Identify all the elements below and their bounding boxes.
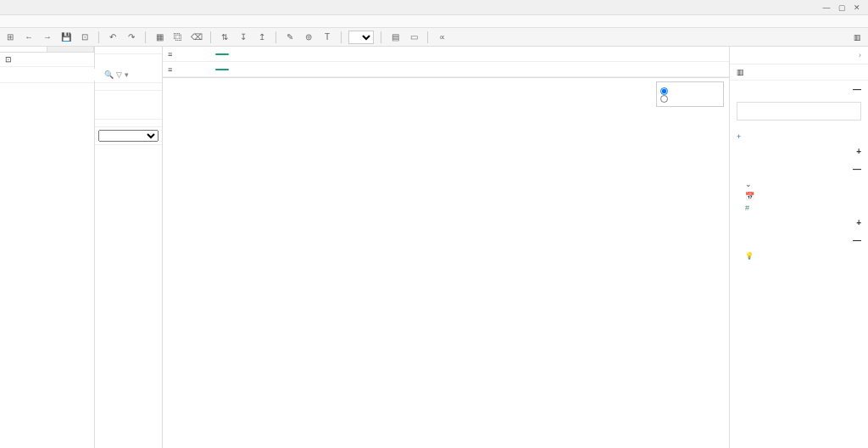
show-me-button[interactable]: ▥ [854, 33, 865, 42]
title-bar: — ▢ ✕ [0, 0, 868, 15]
columns-pill[interactable] [215, 53, 229, 55]
data-summary-header[interactable]: + [730, 214, 868, 232]
separator [98, 31, 99, 43]
forward-button[interactable]: → [41, 31, 54, 44]
viz-description-input[interactable] [737, 102, 861, 120]
highlight-button[interactable]: ✎ [283, 31, 297, 44]
maximize-button[interactable]: ▢ [834, 2, 849, 14]
search-row: 🔍 ▽ ▾ [0, 67, 94, 83]
tab-data[interactable] [0, 47, 47, 52]
tableau-logo-icon[interactable]: ⊞ [3, 31, 17, 44]
separator [275, 31, 276, 43]
separator [427, 31, 428, 43]
close-button[interactable]: ✕ [849, 2, 865, 14]
viz-details-header[interactable]: — [730, 81, 868, 98]
param-option-discount[interactable] [660, 87, 720, 95]
add-link-button[interactable]: + [730, 131, 868, 143]
swap-button[interactable]: ⇅ [218, 31, 231, 44]
fit-select[interactable] [348, 31, 374, 44]
data-guide-header: › [730, 47, 868, 64]
datasource-row[interactable]: ⊡ [0, 53, 94, 67]
presentation-button[interactable]: ▭ [407, 31, 420, 44]
search-input[interactable] [3, 69, 102, 81]
group-button[interactable]: ⊚ [302, 31, 315, 44]
columns-shelf-label: ≡ [163, 50, 212, 59]
text-button[interactable]: T [320, 31, 334, 44]
marks-label [95, 120, 162, 127]
duplicate-button[interactable]: ⿻ [171, 31, 185, 44]
redo-button[interactable]: ↷ [125, 31, 138, 44]
back-button[interactable]: ← [22, 31, 36, 44]
share-button[interactable]: ∝ [435, 31, 448, 44]
clear-button[interactable]: ⌫ [190, 31, 203, 44]
pages-shelf[interactable] [95, 54, 162, 83]
separator [341, 31, 342, 43]
sort-asc-button[interactable]: ↧ [236, 31, 250, 44]
sort-desc-button[interactable]: ↥ [255, 31, 269, 44]
separator [145, 31, 146, 43]
pages-shelf-label [95, 47, 162, 54]
columns-icon: ≡ [168, 50, 172, 59]
new-datasource-button[interactable]: ⊡ [78, 31, 92, 44]
filters-shelf[interactable] [95, 91, 162, 120]
guide-datasource[interactable]: ⌄ [730, 178, 868, 190]
line-chart[interactable] [186, 88, 653, 441]
viz-title[interactable] [163, 78, 653, 88]
shelf-cards [95, 47, 163, 448]
data-pane: ⊡ 🔍 ▽ ▾ [0, 47, 95, 448]
data-in-viz-header[interactable]: — [730, 160, 868, 178]
show-cards-button[interactable]: ▤ [388, 31, 402, 44]
guide-field-date[interactable]: 📅 [730, 190, 868, 202]
filters-shelf-label [95, 83, 162, 91]
minimize-button[interactable]: — [819, 2, 834, 14]
separator [210, 31, 211, 43]
save-button[interactable]: 💾 [59, 31, 73, 44]
guide-field-measure[interactable]: # [730, 202, 868, 214]
x-axis-label [163, 441, 653, 448]
rows-pill[interactable] [215, 69, 229, 70]
viz-canvas: ≡ ≡ [163, 47, 729, 448]
outliers-note: 💡 [730, 249, 868, 262]
show-me-icon: ▥ [854, 33, 861, 42]
rows-shelf-label: ≡ [163, 65, 212, 74]
menu-bar [0, 15, 868, 28]
datasource-icon: ⊡ [5, 55, 12, 64]
applied-filters-header[interactable]: + [730, 143, 868, 160]
undo-button[interactable]: ↶ [106, 31, 120, 44]
rows-icon: ≡ [168, 65, 172, 74]
tab-analytics[interactable] [47, 47, 95, 52]
new-worksheet-button[interactable]: ▦ [153, 31, 166, 44]
separator [381, 31, 381, 43]
outliers-header[interactable]: — [730, 232, 868, 249]
selected-sheet: ▥ [730, 64, 868, 81]
parameter-control [656, 81, 724, 107]
param-option-profit[interactable] [660, 95, 720, 103]
data-guide-pane: › ▥ — + + — ⌄ 📅 # + — 💡 [729, 47, 868, 448]
show-more-button[interactable] [730, 262, 868, 272]
additional-resources-label [730, 124, 868, 131]
mark-type-select[interactable] [98, 130, 159, 142]
toolbar: ⊞ ← → 💾 ⊡ ↶ ↷ ▦ ⿻ ⌫ ⇅ ↧ ↥ ✎ ⊚ T ▤ ▭ ∝ ▥ [0, 28, 868, 47]
